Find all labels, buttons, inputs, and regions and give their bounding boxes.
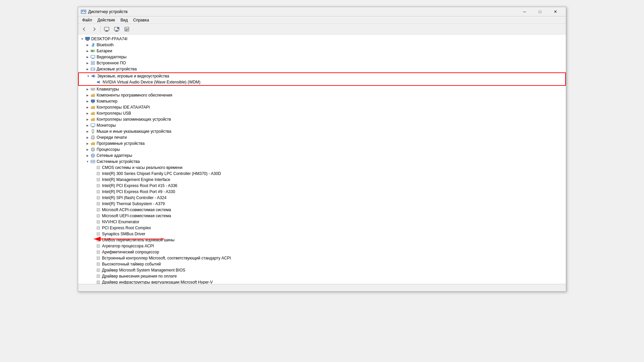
toggle[interactable]: ▶ [85,141,90,146]
item-label: Мыши и иные указывающие устройства [97,129,171,134]
toggle[interactable]: ▶ [85,60,90,66]
list-item[interactable]: NVVHCI Enumerator [78,219,566,225]
list-item[interactable]: ▶ Клавиатуры [78,86,566,92]
svg-rect-20 [91,55,95,58]
svg-rect-2 [84,11,85,12]
toolbar-back[interactable] [79,25,89,33]
sound-device-icon [96,79,102,85]
list-item[interactable]: Высокоточный таймер событий [78,261,566,267]
menu-action[interactable]: Действие [95,17,118,23]
list-item[interactable]: Microsoft UEFI-совместимая система [78,213,566,219]
list-item[interactable]: ▶ Видеоадаптеры [78,54,566,60]
list-item[interactable]: Intel(R) SPI (flash) Controller - A324 [78,195,566,201]
list-item[interactable]: ▶ Контроллеры USB [78,110,566,116]
list-item[interactable]: ▶ Батареи [78,48,566,54]
root-toggle[interactable]: ▼ [79,36,85,42]
list-item[interactable]: ▶ Программные устройства [78,140,566,146]
toggle[interactable]: ▶ [85,42,90,48]
list-item[interactable]: ▶ Bluetooth [78,42,566,48]
list-item[interactable]: ▶ Дисковые устройства [78,66,566,72]
list-item[interactable]: ▶ Компьютер [78,98,566,104]
list-item[interactable]: ▶ Встроенное ПО [78,60,566,66]
toggle[interactable]: ▶ [85,99,90,104]
list-item[interactable]: Арифметический сопроцессор [78,249,566,255]
list-item[interactable]: ▶ Очереди печати [78,134,566,140]
menu-view[interactable]: Вид [118,17,130,23]
chip-icon [96,249,101,255]
list-item[interactable]: Встроенный контроллер Microsoft, соответ… [78,255,566,261]
status-bar [78,284,566,291]
list-item[interactable]: ▶ Контроллеры запоминающих устройств [78,116,566,122]
toggle[interactable]: ▶ [85,66,90,72]
item-label: Драйвер вынесения решения по оплате [102,274,177,279]
toggle[interactable]: ▶ [85,111,90,116]
list-item[interactable]: ▶ Компоненты программного обеспечения [78,92,566,98]
minimize-button[interactable]: ─ [517,7,532,16]
svg-marker-29 [93,74,94,78]
list-item[interactable]: UMBus перечислитель корневой шины [78,237,566,243]
list-item[interactable]: ▶ Процессоры [78,146,566,153]
toolbar-btn-1[interactable] [102,25,111,33]
builtin-icon [90,60,96,66]
list-item[interactable]: Intel(R) PCI Express Root Port #9 - A330 [78,189,566,195]
svg-rect-8 [115,31,118,32]
toggle[interactable]: ▼ [85,159,90,164]
item-label: Компоненты программного обеспечения [97,93,172,98]
svg-rect-96 [97,233,99,235]
list-item[interactable]: NVIDIA Virtual Audio Device (Wave Extens… [79,79,565,85]
list-item[interactable]: Драйвер вынесения решения по оплате [78,273,566,279]
toolbar-btn-2[interactable] [112,25,121,33]
folder-icon [90,111,96,116]
list-item[interactable]: ▶ Сетевые адаптеры [78,153,566,159]
list-item[interactable]: Драйвер инфраструктуры виртуализации Mic… [78,279,566,284]
list-item[interactable]: CMOS системы и часы реального времени [78,165,566,171]
svg-rect-3 [104,27,109,31]
close-button[interactable]: ✕ [548,7,563,16]
list-item[interactable]: Драйвер Microsoft System Management BIOS [78,267,566,273]
svg-rect-41 [92,103,94,103]
list-item[interactable]: Intel(R) Management Engine Interface [78,177,566,183]
toggle[interactable]: ▶ [85,86,90,92]
toolbar-btn-3[interactable] [122,25,131,33]
item-label: Intel(R) Thermal Subsystem - A379 [102,201,165,206]
toggle[interactable]: ▶ [85,93,90,98]
chip-icon [96,261,101,267]
folder-icon [90,105,96,110]
toggle[interactable]: ▶ [85,48,90,54]
item-label: Драйвер Microsoft System Management BIOS [102,268,185,273]
svg-rect-76 [97,173,99,175]
toggle[interactable]: ▶ [85,153,90,158]
folder-icon [90,141,96,146]
menu-help[interactable]: Справка [130,17,152,23]
menu-file[interactable]: Файл [79,17,95,23]
toggle[interactable]: ▶ [85,117,90,122]
list-item[interactable]: Агрегатор процессора ACPI [78,243,566,249]
svg-rect-49 [92,135,94,137]
toggle[interactable]: ▶ [85,123,90,128]
list-item[interactable]: ▶ Контроллеры IDE ATA/ATAPI [78,104,566,110]
toggle[interactable]: ▼ [86,73,91,79]
toggle[interactable]: ▶ [85,105,90,110]
tree-root[interactable]: ▼ DESKTOP-FFAA74I [78,36,566,42]
list-item[interactable]: ▶ Мыши и иные указывающие устройства [78,128,566,134]
list-item[interactable]: PCI Express Root Complex [78,225,566,231]
toggle[interactable]: ▶ [85,147,90,152]
maximize-button[interactable]: □ [532,7,548,16]
toggle[interactable]: ▶ [85,135,90,140]
list-item[interactable]: Intel(R) PCI Express Root Port #15 - A33… [78,183,566,189]
main-content: ▼ DESKTOP-FFAA74I ▶ Bl [78,35,566,284]
toggle[interactable]: ▶ [85,129,90,134]
list-item[interactable]: Intel(R) 300 Series Chipset Family LPC C… [78,171,566,177]
list-item[interactable]: Microsoft ACPI-совместимая система [78,207,566,213]
display-icon [90,54,96,60]
list-item[interactable]: ▶ Мониторы [78,122,566,128]
toolbar-forward[interactable] [90,25,99,33]
list-item[interactable]: Intel(R) Thermal Subsystem - A379 [78,201,566,207]
list-item[interactable]: Synaptics SMBus Driver [78,231,566,237]
cpu-icon [90,147,96,152]
list-item[interactable]: ▼ Звуковые, игровые и видеоустройства [79,73,565,79]
list-item[interactable]: ▼ Системные устройства [78,159,566,165]
toggle[interactable]: ▶ [85,54,90,60]
chip-icon [96,231,101,237]
tree-view[interactable]: ▼ DESKTOP-FFAA74I ▶ Bl [78,35,566,284]
